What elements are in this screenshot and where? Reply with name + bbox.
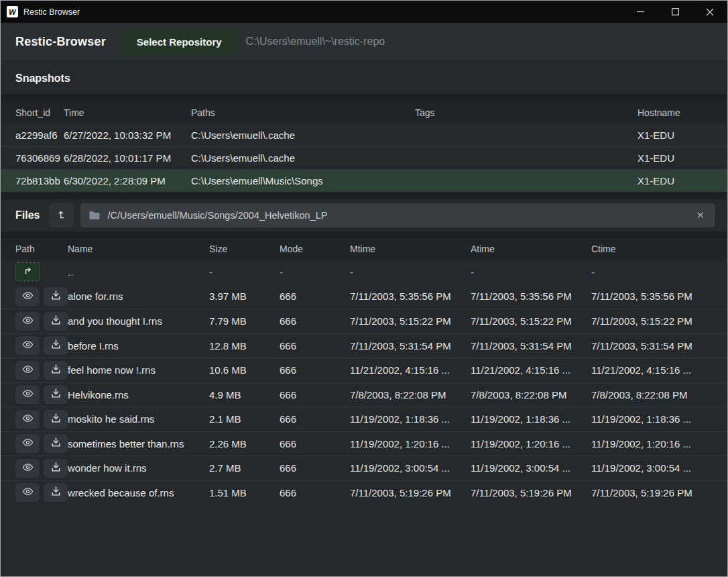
- preview-button[interactable]: [15, 410, 40, 429]
- preview-button[interactable]: [15, 336, 40, 355]
- file-name: ..: [68, 266, 209, 278]
- file-name: wonder how it.rns: [68, 462, 209, 474]
- file-atime: 7/11/2003, 5:15:22 PM: [471, 315, 591, 327]
- download-button[interactable]: [44, 385, 68, 404]
- download-button[interactable]: [44, 434, 68, 453]
- preview-button[interactable]: [15, 483, 40, 502]
- file-mtime: -: [350, 266, 471, 278]
- col-paths: Paths: [191, 107, 415, 118]
- preview-button[interactable]: [15, 312, 40, 331]
- download-icon: [50, 388, 62, 401]
- preview-button[interactable]: [15, 361, 40, 380]
- snapshots-table-header: Short_id Time Paths Tags Hostname: [1, 101, 727, 123]
- maximize-button[interactable]: [658, 1, 692, 23]
- download-icon: [50, 437, 62, 450]
- file-size: 2.7 MB: [209, 462, 280, 474]
- snapshot-row[interactable]: a2299af6 6/27/2022, 10:03:32 PM C:\Users…: [1, 123, 727, 146]
- download-button[interactable]: [44, 287, 68, 306]
- divider: [1, 192, 727, 199]
- file-mode: 666: [280, 462, 350, 474]
- file-row: feel home now !.rns 10.6 MB 666 11/21/20…: [1, 358, 727, 382]
- download-button[interactable]: [44, 483, 68, 502]
- file-mode: 666: [280, 389, 350, 401]
- snapshot-row[interactable]: 76306869 6/28/2022, 10:01:17 PM C:\Users…: [1, 146, 727, 169]
- divider: [1, 94, 727, 101]
- file-mode: -: [280, 266, 350, 278]
- col-tags: Tags: [415, 107, 638, 118]
- close-button[interactable]: [692, 1, 727, 23]
- clear-path-button[interactable]: ✕: [693, 208, 707, 223]
- download-icon: [50, 290, 62, 303]
- parent-dir-arrow-icon: [23, 266, 34, 278]
- download-button[interactable]: [44, 410, 68, 429]
- file-atime: 7/8/2003, 8:22:08 PM: [471, 389, 591, 401]
- col-mode: Mode: [280, 244, 350, 254]
- download-button[interactable]: [44, 459, 68, 478]
- file-name: Helvikone.rns: [68, 389, 209, 401]
- file-row: moskito he said.rns 2.1 MB 666 11/19/200…: [1, 407, 727, 431]
- divider: [1, 231, 727, 238]
- eye-icon: [21, 413, 34, 426]
- titlebar: W Restic Browser: [1, 1, 727, 23]
- file-ctime: 7/11/2003, 5:31:54 PM: [591, 340, 727, 352]
- file-ctime: 11/19/2002, 1:20:16 ...: [591, 438, 727, 450]
- file-mtime: 11/19/2002, 3:00:54 ...: [350, 462, 471, 474]
- snapshot-hostname: X1-EDU: [638, 129, 727, 141]
- repository-path-text[interactable]: C:\Users\emuell\~\restic-repo: [246, 36, 385, 48]
- file-size: 2.1 MB: [209, 413, 280, 425]
- file-mtime: 11/19/2002, 1:18:36 ...: [350, 413, 471, 425]
- file-ctime: 11/19/2002, 3:00:54 ...: [591, 462, 727, 474]
- col-hostname: Hostname: [638, 107, 727, 118]
- eye-icon: [21, 388, 34, 401]
- file-size: 10.6 MB: [209, 364, 280, 376]
- snapshot-time: 6/30/2022, 2:28:09 PM: [64, 175, 191, 187]
- col-name: Name: [68, 244, 209, 254]
- snapshot-time: 6/27/2022, 10:03:32 PM: [64, 129, 191, 141]
- eye-icon: [21, 364, 34, 377]
- preview-button[interactable]: [15, 385, 40, 404]
- file-atime: 7/11/2003, 5:19:26 PM: [471, 487, 591, 499]
- file-name: wrecked because of.rns: [68, 487, 209, 499]
- download-button[interactable]: [44, 336, 68, 355]
- file-ctime: 7/11/2003, 5:35:56 PM: [591, 291, 727, 302]
- download-icon: [50, 462, 62, 475]
- window-title: Restic Browser: [23, 7, 80, 17]
- file-name: before I.rns: [68, 340, 209, 352]
- file-atime: 11/19/2002, 1:20:16 ...: [471, 438, 591, 450]
- file-mode: 666: [280, 487, 350, 499]
- folder-icon: [88, 210, 101, 221]
- snapshot-row-selected[interactable]: 72b813bb 6/30/2022, 2:28:09 PM C:\Users\…: [1, 169, 727, 192]
- file-atime: 7/11/2003, 5:35:56 PM: [471, 291, 591, 302]
- preview-button[interactable]: [15, 459, 40, 478]
- download-button[interactable]: [44, 361, 68, 380]
- col-time: Time: [64, 107, 191, 118]
- files-path-input[interactable]: /C/Users/emuell/Music/Songs/2004_Helveti…: [80, 203, 715, 227]
- eye-icon: [21, 437, 34, 450]
- file-mode: 666: [280, 364, 350, 376]
- up-level-button[interactable]: [49, 203, 74, 227]
- snapshots-heading: Snapshots: [1, 61, 727, 94]
- minimize-button[interactable]: [623, 1, 658, 23]
- file-ctime: 7/11/2003, 5:15:22 PM: [591, 315, 727, 327]
- eye-icon: [21, 462, 34, 475]
- file-mode: 666: [280, 413, 350, 425]
- app-header: Restic-Browser Select Repository C:\User…: [1, 23, 727, 61]
- files-table-body: alone for.rns 3.97 MB 666 7/11/2003, 5:3…: [1, 284, 727, 505]
- file-mode: 666: [280, 291, 350, 302]
- select-repository-button[interactable]: Select Repository: [122, 30, 237, 54]
- snapshot-short-id: a2299af6: [1, 129, 64, 141]
- app-title: Restic-Browser: [15, 35, 106, 49]
- snapshot-short-id: 76306869: [1, 152, 64, 164]
- file-ctime: 11/21/2002, 4:15:16 ...: [591, 364, 727, 376]
- files-path-value: /C/Users/emuell/Music/Songs/2004_Helveti…: [107, 210, 693, 221]
- file-mtime: 11/19/2002, 1:20:16 ...: [350, 438, 471, 450]
- download-button[interactable]: [44, 312, 68, 331]
- app-window: W Restic Browser Restic-Browser Select R…: [1, 1, 727, 576]
- download-icon: [50, 339, 62, 352]
- preview-button[interactable]: [15, 434, 40, 453]
- download-icon: [50, 315, 62, 328]
- parent-dir-button[interactable]: [15, 262, 40, 281]
- preview-button[interactable]: [15, 287, 40, 306]
- file-size: 1.51 MB: [209, 487, 280, 499]
- up-level-icon: [56, 209, 67, 222]
